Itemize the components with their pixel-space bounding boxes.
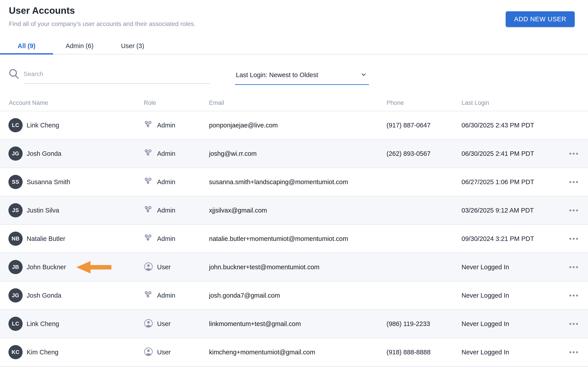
- role-label: User: [157, 320, 171, 327]
- row-menu-button[interactable]: [559, 289, 588, 302]
- phone-cell: (986) 119-2233: [387, 320, 461, 327]
- email-cell: susanna.smith+landscaping@momentumiot.co…: [209, 178, 387, 186]
- avatar-initials: KC: [11, 349, 19, 355]
- tab-admin[interactable]: Admin (6): [53, 38, 106, 54]
- actions-cell: [559, 260, 588, 274]
- column-header-phone: Phone: [387, 100, 461, 106]
- row-menu-button[interactable]: [559, 345, 588, 359]
- email-cell: kimcheng+momentumiot@gmail.com: [209, 349, 387, 356]
- role-label: Admin: [157, 207, 175, 214]
- account-name: Josh Gonda: [27, 292, 61, 299]
- account-cell: LC Link Cheng: [0, 118, 144, 132]
- table-row[interactable]: LC Link Cheng: [0, 111, 588, 140]
- email-cell: xjjsilvax@gmail.com: [209, 207, 387, 214]
- avatar-initials: LC: [12, 122, 19, 128]
- key-icon: [144, 120, 153, 130]
- role-cell: User: [144, 262, 209, 272]
- actions-cell: [559, 317, 588, 330]
- row-menu-button[interactable]: [559, 147, 588, 160]
- actions-cell: [559, 175, 588, 189]
- avatar: JG: [9, 147, 23, 161]
- page-header: User Accounts Find all of your company's…: [0, 0, 588, 38]
- avatar-initials: NB: [11, 236, 19, 242]
- ellipsis-icon: [569, 323, 578, 325]
- table-row[interactable]: KC Kim Cheng User kimcheng+momentumiot@g…: [0, 338, 588, 367]
- avatar: NB: [9, 232, 23, 246]
- email-cell: ponponjaejae@live.com: [209, 122, 387, 129]
- role-cell: Admin: [144, 177, 209, 187]
- account-cell: NB Natalie Butler: [0, 232, 144, 246]
- table-row[interactable]: JB John Buckner User john.buckner+test@m…: [0, 253, 588, 282]
- account-name: Justin Silva: [27, 207, 59, 214]
- ellipsis-icon: [569, 266, 578, 268]
- account-name: Link Cheng: [27, 320, 59, 327]
- account-cell: JG Josh Gonda: [0, 147, 144, 161]
- phone-cell: (262) 893-0567: [387, 150, 461, 157]
- arrow-head: [76, 261, 91, 274]
- account-cell: SS Susanna Smith: [0, 175, 144, 189]
- tab-bar: All (9) Admin (6) User (3): [0, 38, 588, 55]
- account-cell: JG Josh Gonda: [0, 288, 144, 302]
- role-label: Admin: [157, 235, 175, 242]
- phone-cell: (917) 887-0647: [387, 122, 461, 129]
- avatar-initials: JG: [12, 292, 19, 299]
- avatar-initials: LC: [12, 321, 19, 327]
- key-icon: [144, 234, 153, 244]
- row-menu-button[interactable]: [559, 260, 588, 274]
- account-name: John Buckner: [27, 264, 66, 271]
- last-login-cell: Never Logged In: [461, 349, 559, 356]
- orange-arrow-annotation: [76, 261, 111, 274]
- sort-dropdown-value: Last Login: Newest to Oldest: [236, 71, 318, 79]
- table-row[interactable]: LC Link Cheng User linkmomentum+test@gma…: [0, 310, 588, 338]
- arrow-tail: [90, 265, 111, 269]
- last-login-cell: 06/30/2025 2:43 PM PDT: [461, 122, 559, 129]
- account-table-body: LC Link Cheng: [0, 111, 588, 367]
- role-label: Admin: [157, 292, 175, 299]
- account-name: Natalie Butler: [27, 235, 65, 242]
- account-cell: JB John Buckner: [0, 260, 144, 274]
- account-cell: JS Justin Silva: [0, 203, 144, 217]
- table-row[interactable]: NB Natalie Butler: [0, 225, 588, 253]
- sort-dropdown[interactable]: Last Login: Newest to Oldest: [235, 70, 369, 85]
- avatar-initials: JB: [12, 264, 19, 270]
- ellipsis-icon: [569, 294, 578, 297]
- user-icon: [144, 319, 153, 329]
- role-cell: Admin: [144, 234, 209, 244]
- ellipsis-icon: [569, 181, 578, 183]
- role-cell: Admin: [144, 290, 209, 300]
- add-new-user-button[interactable]: ADD NEW USER: [506, 11, 575, 27]
- tab-user[interactable]: User (3): [106, 38, 159, 54]
- row-menu-button[interactable]: [559, 317, 588, 330]
- phone-cell: (918) 888-8888: [387, 349, 461, 356]
- table-row[interactable]: SS Susanna Smith: [0, 168, 588, 196]
- row-menu-button[interactable]: [559, 232, 588, 245]
- role-cell: Admin: [144, 149, 209, 159]
- chevron-down-icon: [360, 70, 368, 79]
- table-row[interactable]: JS Justin Silva: [0, 196, 588, 225]
- table-row[interactable]: JG Josh Gonda: [0, 140, 588, 168]
- last-login-cell: 03/26/2025 9:12 AM PDT: [461, 207, 559, 214]
- page-title: User Accounts: [9, 5, 75, 16]
- role-cell: User: [144, 319, 209, 329]
- last-login-cell: Never Logged In: [461, 320, 559, 327]
- row-menu-button[interactable]: [559, 175, 588, 189]
- tab-all[interactable]: All (9): [0, 38, 53, 54]
- account-cell: LC Link Cheng: [0, 317, 144, 331]
- email-cell: linkmomentum+test@gmail.com: [209, 320, 387, 327]
- table-row[interactable]: JG Josh Gonda: [0, 282, 588, 310]
- last-login-cell: 06/30/2025 2:41 PM PDT: [461, 150, 559, 157]
- ellipsis-icon: [569, 351, 578, 353]
- key-icon: [144, 177, 153, 187]
- account-name: Susanna Smith: [27, 178, 70, 186]
- column-header-email: Email: [209, 100, 387, 106]
- user-icon: [144, 347, 153, 357]
- toolbar: Last Login: Newest to Oldest: [0, 55, 588, 88]
- search-input[interactable]: [24, 70, 210, 84]
- role-cell: Admin: [144, 205, 209, 215]
- column-header-role: Role: [144, 100, 209, 106]
- row-menu-button[interactable]: [559, 204, 588, 217]
- last-login-cell: 09/30/2024 3:21 PM PDT: [461, 235, 559, 242]
- avatar: LC: [9, 118, 23, 132]
- avatar: SS: [9, 175, 23, 189]
- email-cell: josh.gonda7@gmail.com: [209, 292, 387, 299]
